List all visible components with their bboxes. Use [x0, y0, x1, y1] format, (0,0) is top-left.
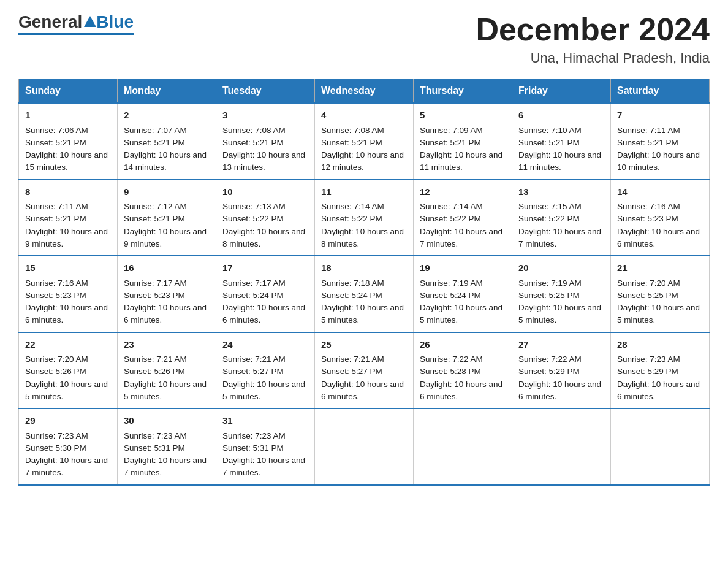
day-number: 22: [25, 338, 111, 352]
location-title: Una, Himachal Pradesh, India: [476, 50, 710, 66]
calendar-week-row: 8Sunrise: 7:11 AMSunset: 5:21 PMDaylight…: [19, 180, 710, 256]
calendar-week-row: 15Sunrise: 7:16 AMSunset: 5:23 PMDayligh…: [19, 256, 710, 332]
day-number: 25: [321, 338, 407, 352]
table-row: 14Sunrise: 7:16 AMSunset: 5:23 PMDayligh…: [611, 180, 710, 256]
day-number: 18: [321, 261, 407, 275]
day-number: 28: [617, 338, 703, 352]
table-row: 26Sunrise: 7:22 AMSunset: 5:28 PMDayligh…: [414, 332, 512, 409]
day-number: 15: [25, 261, 111, 275]
day-number: 11: [321, 185, 407, 199]
col-thursday: Thursday: [414, 79, 512, 104]
table-row: 17Sunrise: 7:17 AMSunset: 5:24 PMDayligh…: [216, 256, 315, 332]
day-number: 14: [617, 185, 703, 199]
calendar-header-row: Sunday Monday Tuesday Wednesday Thursday…: [19, 79, 710, 104]
day-number: 21: [617, 261, 703, 275]
table-row: 22Sunrise: 7:20 AMSunset: 5:26 PMDayligh…: [19, 332, 118, 409]
logo: General Blue: [18, 12, 134, 35]
table-row: 10Sunrise: 7:13 AMSunset: 5:22 PMDayligh…: [216, 180, 315, 256]
page-header: General Blue December 2024 Una, Himachal…: [18, 12, 710, 66]
table-row: 27Sunrise: 7:22 AMSunset: 5:29 PMDayligh…: [512, 332, 611, 409]
logo-general: General: [18, 12, 82, 32]
day-number: 10: [222, 185, 308, 199]
table-row: 28Sunrise: 7:23 AMSunset: 5:29 PMDayligh…: [611, 332, 710, 409]
table-row: 4Sunrise: 7:08 AMSunset: 5:21 PMDaylight…: [315, 103, 414, 180]
table-row: 31Sunrise: 7:23 AMSunset: 5:31 PMDayligh…: [216, 408, 315, 485]
calendar-week-row: 1Sunrise: 7:06 AMSunset: 5:21 PMDaylight…: [19, 103, 710, 180]
day-number: 26: [420, 338, 506, 352]
month-title: December 2024: [476, 12, 710, 47]
col-saturday: Saturday: [611, 79, 710, 104]
table-row: 30Sunrise: 7:23 AMSunset: 5:31 PMDayligh…: [118, 408, 216, 485]
table-row: 3Sunrise: 7:08 AMSunset: 5:21 PMDaylight…: [216, 103, 315, 180]
day-number: 19: [420, 261, 506, 275]
day-number: 6: [518, 109, 604, 123]
day-number: 24: [222, 338, 308, 352]
table-row: 7Sunrise: 7:11 AMSunset: 5:21 PMDaylight…: [611, 103, 710, 180]
day-number: 4: [321, 109, 407, 123]
day-number: 3: [222, 109, 308, 123]
col-wednesday: Wednesday: [315, 79, 414, 104]
logo-blue-part: Blue: [82, 12, 134, 32]
col-monday: Monday: [118, 79, 216, 104]
table-row: 15Sunrise: 7:16 AMSunset: 5:23 PMDayligh…: [19, 256, 118, 332]
day-number: 17: [222, 261, 308, 275]
calendar-table: Sunday Monday Tuesday Wednesday Thursday…: [18, 79, 710, 486]
table-row: 11Sunrise: 7:14 AMSunset: 5:22 PMDayligh…: [315, 180, 414, 256]
day-number: 20: [518, 261, 604, 275]
table-row: 16Sunrise: 7:17 AMSunset: 5:23 PMDayligh…: [118, 256, 216, 332]
table-row: 1Sunrise: 7:06 AMSunset: 5:21 PMDaylight…: [19, 103, 118, 180]
table-row: [315, 408, 414, 485]
col-tuesday: Tuesday: [216, 79, 315, 104]
logo-blue-text: Blue: [96, 12, 134, 32]
day-number: 1: [25, 109, 111, 123]
title-section: December 2024 Una, Himachal Pradesh, Ind…: [476, 12, 710, 66]
day-number: 9: [124, 185, 210, 199]
day-number: 16: [124, 261, 210, 275]
logo-underline: [18, 33, 134, 35]
day-number: 5: [420, 109, 506, 123]
table-row: 12Sunrise: 7:14 AMSunset: 5:22 PMDayligh…: [414, 180, 512, 256]
col-friday: Friday: [512, 79, 611, 104]
table-row: 8Sunrise: 7:11 AMSunset: 5:21 PMDaylight…: [19, 180, 118, 256]
day-number: 12: [420, 185, 506, 199]
table-row: 6Sunrise: 7:10 AMSunset: 5:21 PMDaylight…: [512, 103, 611, 180]
table-row: 24Sunrise: 7:21 AMSunset: 5:27 PMDayligh…: [216, 332, 315, 409]
day-number: 7: [617, 109, 703, 123]
table-row: 18Sunrise: 7:18 AMSunset: 5:24 PMDayligh…: [315, 256, 414, 332]
day-number: 2: [124, 109, 210, 123]
day-number: 30: [124, 414, 210, 428]
table-row: 20Sunrise: 7:19 AMSunset: 5:25 PMDayligh…: [512, 256, 611, 332]
table-row: [414, 408, 512, 485]
table-row: [512, 408, 611, 485]
logo-triangle-icon: [84, 16, 96, 27]
table-row: 13Sunrise: 7:15 AMSunset: 5:22 PMDayligh…: [512, 180, 611, 256]
day-number: 23: [124, 338, 210, 352]
day-number: 8: [25, 185, 111, 199]
table-row: 29Sunrise: 7:23 AMSunset: 5:30 PMDayligh…: [19, 408, 118, 485]
day-number: 29: [25, 414, 111, 428]
table-row: 19Sunrise: 7:19 AMSunset: 5:24 PMDayligh…: [414, 256, 512, 332]
table-row: 21Sunrise: 7:20 AMSunset: 5:25 PMDayligh…: [611, 256, 710, 332]
table-row: 25Sunrise: 7:21 AMSunset: 5:27 PMDayligh…: [315, 332, 414, 409]
col-sunday: Sunday: [19, 79, 118, 104]
table-row: 5Sunrise: 7:09 AMSunset: 5:21 PMDaylight…: [414, 103, 512, 180]
calendar-week-row: 22Sunrise: 7:20 AMSunset: 5:26 PMDayligh…: [19, 332, 710, 409]
calendar-week-row: 29Sunrise: 7:23 AMSunset: 5:30 PMDayligh…: [19, 408, 710, 485]
table-row: [611, 408, 710, 485]
table-row: 2Sunrise: 7:07 AMSunset: 5:21 PMDaylight…: [118, 103, 216, 180]
day-number: 27: [518, 338, 604, 352]
table-row: 23Sunrise: 7:21 AMSunset: 5:26 PMDayligh…: [118, 332, 216, 409]
table-row: 9Sunrise: 7:12 AMSunset: 5:21 PMDaylight…: [118, 180, 216, 256]
day-number: 13: [518, 185, 604, 199]
day-number: 31: [222, 414, 308, 428]
